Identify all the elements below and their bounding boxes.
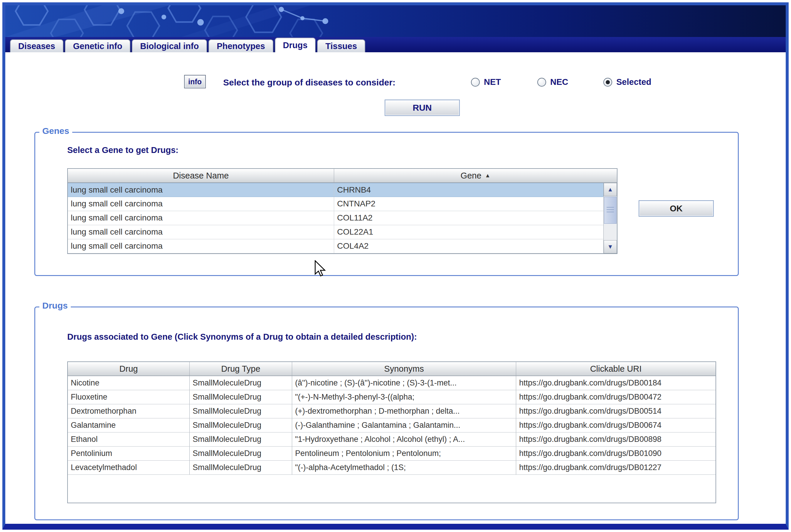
hexagon-molecule-pattern <box>5 5 786 37</box>
cell-drug: Galantamine <box>68 418 190 432</box>
cell-clickable-uri[interactable]: https://go.drugbank.com/drugs/DB01227 <box>516 461 716 474</box>
scroll-down-icon[interactable]: ▼ <box>604 240 617 253</box>
cell-drug-type: SmallMoleculeDrug <box>190 433 292 446</box>
scroll-up-icon[interactable]: ▲ <box>604 183 617 196</box>
radio-selected[interactable]: Selected <box>603 77 651 87</box>
cell-drug-type: SmallMoleculeDrug <box>190 446 292 460</box>
table-row[interactable]: Ethanol SmallMoleculeDrug "1-Hydroxyetha… <box>68 433 716 446</box>
cell-clickable-uri[interactable]: https://go.drugbank.com/drugs/DB00472 <box>516 390 716 404</box>
table-row[interactable]: Levacetylmethadol SmallMoleculeDrug "(-)… <box>68 461 716 475</box>
column-header-clickable-uri[interactable]: Clickable URI <box>516 362 716 376</box>
radio-nec-label: NEC <box>550 77 568 87</box>
cell-drug: Pentolinium <box>68 446 190 460</box>
cell-clickable-uri[interactable]: https://go.drugbank.com/drugs/DB00898 <box>516 433 716 446</box>
cell-clickable-uri[interactable]: https://go.drugbank.com/drugs/DB00184 <box>516 376 716 390</box>
table-row[interactable]: lung small cell carcinoma COL11A2 <box>68 211 603 225</box>
genes-table-body: lung small cell carcinoma CHRNB4 lung sm… <box>68 183 603 253</box>
table-row[interactable]: Pentolinium SmallMoleculeDrug Pentolineu… <box>68 446 716 461</box>
table-row[interactable]: lung small cell carcinoma CHRNB4 <box>68 183 603 197</box>
sort-ascending-icon: ▲ <box>485 172 491 179</box>
drugs-table-header: Drug Drug Type Synonyms Clickable URI <box>68 362 716 376</box>
cell-synonyms[interactable]: (â'')-nicotine ; (S)-(â'')-nicotine ; (S… <box>292 376 516 390</box>
cell-gene: CHRNB4 <box>334 183 603 197</box>
table-row[interactable]: Fluoxetine SmallMoleculeDrug "(+-)-N-Met… <box>68 390 716 404</box>
cell-synonyms[interactable]: "(-)-alpha-Acetylmethadol ; (1S; <box>292 461 516 474</box>
tab-diseases[interactable]: Diseases <box>10 39 63 52</box>
scrollbar-thumb[interactable] <box>604 197 617 224</box>
drugs-instruction: Drugs associated to Gene (Click Synonyms… <box>67 332 417 342</box>
cell-disease-name: lung small cell carcinoma <box>68 225 334 239</box>
cell-drug-type: SmallMoleculeDrug <box>190 390 292 404</box>
column-header-label: Gene <box>461 171 482 180</box>
table-row[interactable]: lung small cell carcinoma COL22A1 <box>68 225 603 239</box>
column-header-synonyms[interactable]: Synonyms <box>292 362 516 376</box>
cell-synonyms[interactable]: (-)-Galanthamine ; Galantamina ; Galanta… <box>292 418 516 432</box>
cell-drug: Ethanol <box>68 433 190 446</box>
drugs-group-title: Drugs <box>39 301 71 311</box>
cell-gene: CNTNAP2 <box>334 197 603 211</box>
table-row[interactable]: lung small cell carcinoma CNTNAP2 <box>68 197 603 211</box>
cell-disease-name: lung small cell carcinoma <box>68 197 334 211</box>
cell-synonyms[interactable]: "1-Hydroxyethane ; Alcohol ; Alcohol (et… <box>292 433 516 446</box>
cell-disease-name: lung small cell carcinoma <box>68 239 334 253</box>
table-row[interactable]: lung small cell carcinoma COL4A2 <box>68 239 603 253</box>
table-row[interactable]: Nicotine SmallMoleculeDrug (â'')-nicotin… <box>68 376 716 390</box>
genes-table: Disease Name Gene ▲ lung small cell carc… <box>67 168 618 254</box>
radio-selected-label: Selected <box>616 77 651 87</box>
column-header-label: Drug <box>119 364 138 374</box>
radio-circle-icon <box>471 78 480 87</box>
ok-button[interactable]: OK <box>639 200 714 217</box>
cell-disease-name: lung small cell carcinoma <box>68 183 334 197</box>
cell-drug-type: SmallMoleculeDrug <box>190 376 292 390</box>
column-header-label: Disease Name <box>173 171 229 180</box>
header-banner <box>5 5 786 37</box>
tab-genetic-info[interactable]: Genetic info <box>65 39 131 52</box>
column-header-drug-type[interactable]: Drug Type <box>190 362 292 376</box>
cell-drug: Fluoxetine <box>68 390 190 404</box>
cell-gene: COL11A2 <box>334 211 603 225</box>
radio-nec[interactable]: NEC <box>537 77 568 87</box>
cell-drug-type: SmallMoleculeDrug <box>190 404 292 418</box>
cell-clickable-uri[interactable]: https://go.drugbank.com/drugs/DB00514 <box>516 404 716 418</box>
cell-drug: Dextromethorphan <box>68 404 190 418</box>
column-header-drug[interactable]: Drug <box>68 362 190 376</box>
disease-group-prompt: Select the group of diseases to consider… <box>223 77 396 88</box>
cell-synonyms[interactable]: "(+-)-N-Methyl-3-phenyl-3-((alpha; <box>292 390 516 404</box>
cell-synonyms[interactable]: Pentolineum ; Pentolonium ; Pentolonum; <box>292 446 516 460</box>
genes-table-header: Disease Name Gene ▲ <box>68 169 617 183</box>
cell-disease-name: lung small cell carcinoma <box>68 211 334 225</box>
radio-circle-icon <box>537 78 546 87</box>
cell-clickable-uri[interactable]: https://go.drugbank.com/drugs/DB00674 <box>516 418 716 432</box>
genes-instruction: Select a Gene to get Drugs: <box>67 145 178 155</box>
tab-phenotypes[interactable]: Phenotypes <box>208 39 273 52</box>
column-header-label: Synonyms <box>384 364 424 374</box>
app-window: Diseases Genetic info Biological info Ph… <box>2 2 789 530</box>
genes-group-title: Genes <box>39 126 72 136</box>
vertical-scrollbar[interactable]: ▲ ▼ <box>603 183 617 253</box>
cell-drug: Nicotine <box>68 376 190 390</box>
run-button[interactable]: RUN <box>384 99 460 116</box>
column-header-label: Drug Type <box>221 364 260 374</box>
tab-drugs[interactable]: Drugs <box>275 38 316 52</box>
tab-bar: Diseases Genetic info Biological info Ph… <box>5 37 786 52</box>
column-header-label: Clickable URI <box>590 364 642 374</box>
cell-clickable-uri[interactable]: https://go.drugbank.com/drugs/DB01090 <box>516 446 716 460</box>
radio-circle-icon <box>603 78 612 87</box>
tab-biological-info[interactable]: Biological info <box>132 39 207 52</box>
cell-gene: COL22A1 <box>334 225 603 239</box>
cell-drug-type: SmallMoleculeDrug <box>190 461 292 474</box>
tab-tissues[interactable]: Tissues <box>317 39 365 52</box>
drugs-table: Drug Drug Type Synonyms Clickable URI Ni… <box>67 361 716 503</box>
column-header-gene[interactable]: Gene ▲ <box>334 169 617 182</box>
cell-drug-type: SmallMoleculeDrug <box>190 418 292 432</box>
radio-net-label: NET <box>484 77 501 87</box>
column-header-disease-name[interactable]: Disease Name <box>68 169 334 182</box>
table-row[interactable]: Galantamine SmallMoleculeDrug (-)-Galant… <box>68 418 716 433</box>
table-row[interactable]: Dextromethorphan SmallMoleculeDrug (+)-d… <box>68 404 716 418</box>
cell-synonyms[interactable]: (+)-dextromethorphan ; D-methorphan ; de… <box>292 404 516 418</box>
cell-drug: Levacetylmethadol <box>68 461 190 474</box>
cell-gene: COL4A2 <box>334 239 603 253</box>
info-button[interactable]: info <box>184 75 206 88</box>
radio-net[interactable]: NET <box>471 77 501 87</box>
drugs-table-body: Nicotine SmallMoleculeDrug (â'')-nicotin… <box>68 376 716 475</box>
